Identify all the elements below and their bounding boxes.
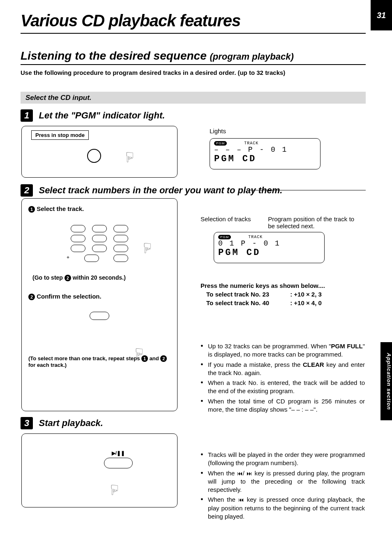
numeric-row2-value: : +10 × 4, 0	[290, 299, 322, 306]
display1-line1: – – – P - 0 1	[214, 146, 316, 154]
display2-line2: PGM CD	[218, 248, 320, 258]
title-underline	[21, 33, 366, 34]
pgm-button-icon	[87, 149, 101, 163]
hand-press-icon: ☞	[121, 151, 138, 163]
side-section-tab: Application section	[380, 342, 392, 420]
display2-line1: 0 1 P - 0 1	[218, 239, 320, 248]
display-panel-1: PGM TRACK – – – P - 0 1 PGM CD	[210, 138, 321, 169]
numeric-row2-label: To select track No. 40	[206, 299, 288, 306]
step3-bullets: Tracks will be played in the order they …	[201, 451, 365, 522]
position-label: Program position of the track to be sele…	[268, 215, 354, 229]
substep1-text: Select the track.	[37, 205, 84, 212]
play-pause-label: ▶/❚❚	[104, 450, 133, 456]
step3-heading: 3 Start playback.	[21, 417, 103, 429]
step2-line	[251, 190, 366, 190]
section-underline	[21, 64, 366, 65]
hand-press-icon: ☞	[106, 484, 122, 496]
play-button-icon	[104, 458, 133, 468]
select-cd-input-bar: Select the CD input.	[21, 92, 366, 104]
bullet-item: When the ⏮ key is pressed once during pl…	[201, 496, 365, 521]
numeric-key-instructions: Press the numeric keys as shown below...…	[201, 282, 365, 306]
circled-2-icon: 2	[65, 275, 71, 281]
bullet-item: Up to 32 tracks can be programmed. When …	[201, 342, 365, 359]
skip-back-icon: ⏮	[237, 470, 243, 477]
numeric-keypad-icon: +	[71, 225, 128, 262]
step3-illustration-box: ▶/❚❚ ☞	[21, 433, 178, 507]
track-label: TRACK	[248, 235, 263, 239]
step2-heading: 2 Select track numbers in the order you …	[21, 184, 366, 197]
track-label: TRACK	[244, 141, 258, 146]
bullet-item: Tracks will be played in the order they …	[201, 451, 365, 468]
step2-right-labels: Selection of tracks Program position of …	[201, 215, 365, 229]
section-title-main: Listening to the desired sequence	[21, 49, 207, 62]
bullet-item: When the total time of CD program is 256…	[201, 397, 365, 414]
hand-press-icon: ☞	[139, 242, 155, 254]
section-title: Listening to the desired sequence (progr…	[21, 49, 294, 63]
display1-line2: PGM CD	[214, 154, 316, 164]
intro-text: Use the following procedure to program d…	[21, 69, 285, 76]
circled-1-icon: 1	[28, 206, 35, 213]
step3-title: Start playback.	[39, 418, 103, 428]
step2-bullets: Up to 32 tracks can be programmed. When …	[201, 342, 365, 415]
substep1-label: 1 Select the track.	[28, 205, 171, 213]
numeric-header: Press the numeric keys as shown below...…	[201, 282, 365, 289]
play-button-group: ▶/❚❚	[104, 450, 133, 468]
substep2-label: 2 Confirm the selection.	[28, 293, 171, 300]
step1-title: Let the "PGM" indicator light.	[39, 110, 165, 120]
repeat-note: (To select more than one track, repeat s…	[28, 355, 171, 368]
bullet-item: If you made a mistake, press the CLEAR k…	[201, 361, 365, 378]
display-panel-2: PGM TRACK 0 1 P - 0 1 PGM CD	[214, 232, 325, 263]
numeric-row1-value: : +10 × 2, 3	[290, 291, 322, 298]
step-number-1: 1	[21, 109, 33, 122]
skip-back-icon: ⏮	[238, 496, 244, 503]
confirm-button-icon	[90, 312, 109, 320]
step-number-2: 2	[21, 184, 33, 197]
step-number-3: 3	[21, 417, 33, 429]
lights-label: Lights	[210, 127, 226, 134]
step1-heading: 1 Let the "PGM" indicator light.	[21, 109, 165, 122]
skip-forward-icon: ⏭	[247, 470, 252, 477]
circled-2-icon: 2	[28, 294, 35, 300]
pgm-badge-icon: PGM	[214, 141, 227, 146]
numeric-row1-label: To select track No. 23	[206, 291, 288, 298]
selection-label: Selection of tracks	[201, 215, 266, 222]
pgm-badge-icon: PGM	[218, 235, 231, 239]
bullet-item: When a track No. is entered, the track w…	[201, 379, 365, 396]
substep2-text: Confirm the selection.	[37, 293, 101, 300]
step2-title: Select track numbers in the order you wa…	[39, 185, 282, 195]
section-title-paren: (program playback)	[210, 51, 294, 62]
hand-press-icon: ☞	[131, 347, 147, 359]
page-title: Various CD playback features	[21, 12, 240, 30]
goto-step-note: (Go to step 2 within 20 seconds.)	[32, 274, 171, 281]
circled-2-icon: 2	[160, 355, 167, 362]
page-number-tab: 31	[371, 0, 392, 30]
press-stop-mode-label: Press in stop mode	[31, 130, 89, 140]
step2-illustration-box: 1 Select the track. + ☞ (Go to step 2 wi…	[21, 198, 178, 411]
bullet-item: When the ⏮/ ⏭ key is pressed during play…	[201, 469, 365, 494]
